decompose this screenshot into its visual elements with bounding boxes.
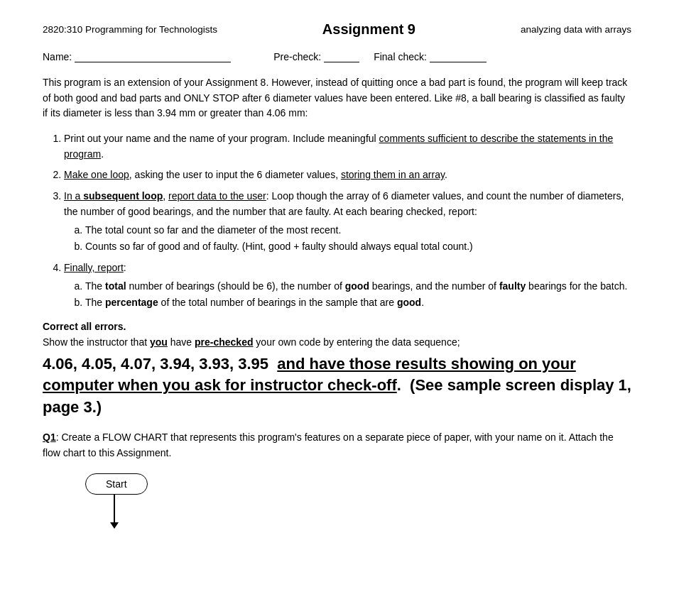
page: 2820:310 Programming for Technologists A…: [0, 0, 674, 616]
name-row: Name: Pre-check: Final check:: [43, 50, 631, 62]
name-line: [75, 50, 231, 62]
q1-text: : Create a FLOW CHART that represents th…: [43, 431, 614, 458]
bold-good2: good: [397, 297, 421, 308]
bold-good: good: [345, 280, 369, 292]
finalcheck-line: [430, 50, 487, 62]
bold-you: you: [150, 336, 168, 348]
header-left: 2820:310 Programming for Technologists: [43, 24, 217, 35]
flowchart-area: Start: [85, 473, 631, 523]
sub-list-3: The total count so far and the diameter …: [85, 223, 631, 255]
name-label: Name:: [43, 51, 72, 62]
q1-label: Q1: [43, 431, 56, 443]
precheck-label: Pre-check:: [273, 51, 321, 62]
sub-item-3b: Counts so far of good and of faulty. (Hi…: [85, 239, 631, 255]
underline-ina: In a subsequent loop: [64, 190, 163, 202]
underline-comments: comments sufficient to describe the stat…: [64, 133, 613, 160]
intro-paragraph: This program is an extension of your Ass…: [43, 75, 631, 121]
precheck-line: [324, 50, 359, 62]
sub-item-3a: The total count so far and the diameter …: [85, 223, 631, 238]
list-item-2: Make one loop, asking the user to input …: [64, 167, 631, 183]
data-sequence: 4.06, 4.05, 4.07, 3.94, 3.93, 3.95 and h…: [43, 353, 631, 419]
show-instructor-line: Show the instructor that you have pre-ch…: [43, 335, 631, 351]
header-center: Assignment 9: [322, 21, 415, 38]
sub-item-4a: The total number of bearings (should be …: [85, 279, 631, 295]
header: 2820:310 Programming for Technologists A…: [43, 21, 631, 38]
list-item-3: In a subsequent loop, report data to the…: [64, 189, 631, 255]
bold-prechecked: pre-checked: [195, 336, 253, 348]
bold-percentage: percentage: [105, 297, 158, 308]
header-right: analyzing data with arrays: [521, 24, 631, 35]
underline-reportdata: report data to the user: [168, 190, 266, 202]
underline-subsequentloop: subsequent loop: [83, 190, 163, 202]
list-item-1: Print out your name and the name of your…: [64, 131, 631, 162]
finalcheck-label: Final check:: [374, 51, 427, 62]
bold-total: total: [105, 280, 126, 292]
bold-faulty: faulty: [499, 280, 526, 292]
sub-item-4b: The percentage of the total number of be…: [85, 295, 631, 311]
arrow-down: [114, 495, 115, 523]
underline-finally: Finally, report: [64, 262, 124, 273]
start-oval: Start: [85, 473, 148, 495]
sub-list-4: The total number of bearings (should be …: [85, 279, 631, 311]
list-item-4: Finally, report: The total number of bea…: [64, 260, 631, 311]
underline-storingarray: storing them in an array: [341, 169, 445, 180]
q1-section: Q1: Create a FLOW CHART that represents …: [43, 430, 631, 461]
underline-makeloop: Make one loop: [64, 169, 129, 180]
correct-errors: Correct all errors.: [43, 321, 631, 332]
main-list: Print out your name and the name of your…: [64, 131, 631, 311]
